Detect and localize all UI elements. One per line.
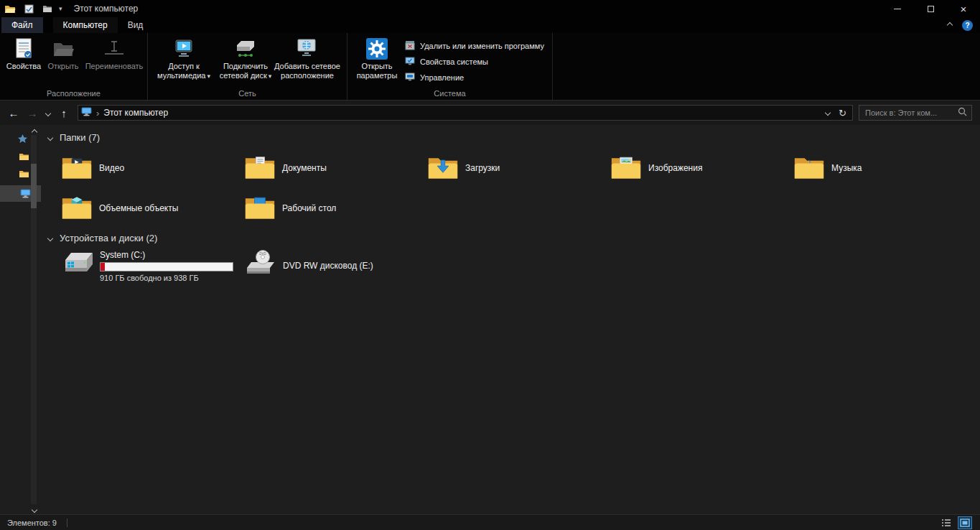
devices-collapse-icon[interactable] — [47, 235, 53, 241]
folder-tile-music[interactable]: ♪ Музыка — [793, 148, 973, 188]
breadcrumb-this-pc[interactable]: Этот компьютер — [103, 108, 168, 118]
sidebar-scroll-down-icon[interactable] — [32, 504, 37, 514]
media-access-button[interactable]: Доступ к мультимедиа▾ — [155, 36, 213, 81]
folder-name: Загрузки — [465, 163, 500, 173]
folder-tile-downloads[interactable]: Загрузки — [427, 148, 607, 188]
search-icon[interactable] — [958, 107, 967, 118]
settings-gear-icon — [365, 36, 388, 62]
large-icons-view-button[interactable] — [958, 517, 971, 529]
folders-header-label: Папки (7) — [60, 132, 100, 143]
map-network-drive-icon — [234, 36, 257, 62]
ribbon-controls: ? — [948, 17, 980, 33]
collapse-ribbon-icon[interactable] — [947, 22, 953, 28]
downloads-folder-icon — [427, 154, 459, 182]
open-settings-label: Открыть параметры — [353, 62, 401, 80]
open-button[interactable]: Открыть — [45, 36, 82, 71]
open-settings-button[interactable]: Открыть параметры — [353, 36, 401, 80]
add-network-location-icon — [296, 36, 319, 62]
system-properties-label: Свойства системы — [420, 57, 488, 66]
folder-tile-pictures[interactable]: Изображения — [610, 148, 790, 188]
qa-properties-icon[interactable] — [23, 3, 34, 14]
computer-management-icon — [405, 72, 415, 83]
drive-info: System (C:) 910 ГБ свободно из 938 ГБ — [100, 248, 233, 282]
tab-view[interactable]: Вид — [118, 17, 154, 33]
drive-tile-system-c[interactable]: System (C:) 910 ГБ свободно из 938 ГБ — [61, 248, 244, 282]
address-bar[interactable]: › Этот компьютер ↻ — [78, 105, 853, 121]
search-input[interactable] — [864, 108, 958, 118]
drive-tile-dvd[interactable]: DVD DVD RW дисковод (E:) — [244, 248, 427, 282]
uninstall-program-icon — [405, 40, 415, 52]
file-list-area: Папки (7) Видео Документы — [41, 125, 980, 514]
navigation-bar: ← → ↑ › Этот компьютер ↻ — [0, 101, 980, 125]
tab-file[interactable]: Файл — [1, 17, 43, 33]
details-view-button[interactable] — [940, 517, 953, 529]
up-button[interactable]: ↑ — [55, 107, 73, 119]
tab-computer[interactable]: Компьютер — [53, 17, 118, 33]
folders-grid: Видео Документы Загрузки — [61, 148, 976, 228]
ribbon: Свойства Открыть Переименовать Расположе… — [0, 33, 980, 101]
ribbon-group-network: Доступ к мультимедиа▾ Подключить сетевой… — [148, 33, 347, 100]
map-network-drive-button[interactable]: Подключить сетевой диск▾ — [215, 36, 276, 81]
folder-tile-desktop[interactable]: Рабочий стол — [244, 188, 424, 228]
ribbon-group-system: Открыть параметры Удалить или изменить п… — [347, 33, 553, 100]
rename-button[interactable]: Переименовать — [83, 36, 145, 71]
address-bar-controls: ↻ — [826, 108, 849, 118]
forward-button[interactable]: → — [23, 107, 42, 119]
drives-row: System (C:) 910 ГБ свободно из 938 ГБ DV… — [61, 248, 427, 282]
system-properties-item[interactable]: Свойства системы — [405, 55, 488, 69]
media-access-dropdown-icon: ▾ — [207, 73, 211, 80]
group-label-location: Расположение — [0, 89, 147, 98]
maximize-icon — [928, 6, 934, 12]
recent-locations-dropdown[interactable] — [42, 108, 55, 118]
minimize-button[interactable] — [881, 0, 914, 17]
ribbon-tab-bar: Файл Компьютер Вид ? — [0, 17, 980, 33]
qa-customize-dropdown-icon[interactable]: ▾ — [59, 5, 62, 12]
dvd-label-glyph: DVD — [259, 252, 266, 256]
capacity-bar-used — [101, 263, 105, 271]
capacity-bar — [100, 262, 233, 271]
sidebar-item-folder-1[interactable] — [19, 152, 29, 163]
folder-tile-videos[interactable]: Видео — [61, 148, 241, 188]
uninstall-program-item[interactable]: Удалить или изменить программу — [405, 39, 544, 53]
window-title: Этот компьютер — [74, 4, 139, 14]
search-box[interactable] — [859, 105, 972, 121]
properties-button[interactable]: Свойства — [4, 36, 43, 71]
media-access-label: Доступ к мультимедиа▾ — [155, 62, 213, 81]
breadcrumb-chevron-icon[interactable]: › — [96, 108, 99, 118]
sidebar-item-quick-access[interactable] — [17, 134, 28, 146]
desktop-folder-icon — [244, 195, 276, 223]
maximize-button[interactable] — [914, 0, 947, 17]
folder-tile-documents[interactable]: Документы — [244, 148, 424, 188]
address-dropdown-icon[interactable] — [825, 110, 831, 116]
sidebar-scrollbar[interactable] — [31, 135, 37, 504]
back-button[interactable]: ← — [4, 107, 23, 119]
hdd-icon — [61, 248, 94, 282]
drive-free-space: 910 ГБ свободно из 938 ГБ — [100, 274, 233, 282]
qa-new-folder-icon[interactable] — [42, 3, 53, 14]
folder-name: Музыка — [831, 163, 862, 173]
sidebar-item-folder-2[interactable] — [19, 169, 29, 180]
sidebar-scrollbar-thumb[interactable] — [31, 164, 37, 208]
help-button[interactable]: ? — [962, 20, 973, 31]
folders-section-header[interactable]: Папки (7) — [48, 132, 100, 143]
close-button[interactable]: × — [947, 0, 980, 17]
add-network-location-button[interactable]: Добавить сетевое расположение — [270, 36, 345, 80]
rename-icon — [103, 36, 125, 62]
this-pc-icon — [20, 189, 31, 198]
media-access-icon — [173, 36, 195, 62]
computer-management-item[interactable]: Управление — [405, 70, 464, 85]
dvd-drive-icon: DVD — [244, 249, 277, 282]
folders-collapse-icon[interactable] — [47, 134, 53, 140]
folder-name: Рабочий стол — [282, 203, 336, 213]
tab-spacer — [43, 17, 53, 33]
open-label: Открыть — [47, 62, 78, 71]
documents-folder-icon — [244, 154, 276, 182]
open-icon — [52, 36, 74, 62]
pictures-folder-icon — [610, 154, 642, 182]
recent-locations-icon — [45, 111, 51, 116]
uninstall-program-label: Удалить или изменить программу — [420, 42, 544, 50]
devices-section-header[interactable]: Устройства и диски (2) — [48, 233, 157, 243]
folder-tile-3d-objects[interactable]: Объемные объекты — [61, 188, 241, 228]
refresh-icon[interactable]: ↻ — [839, 108, 846, 118]
3d-objects-folder-icon — [61, 195, 93, 223]
